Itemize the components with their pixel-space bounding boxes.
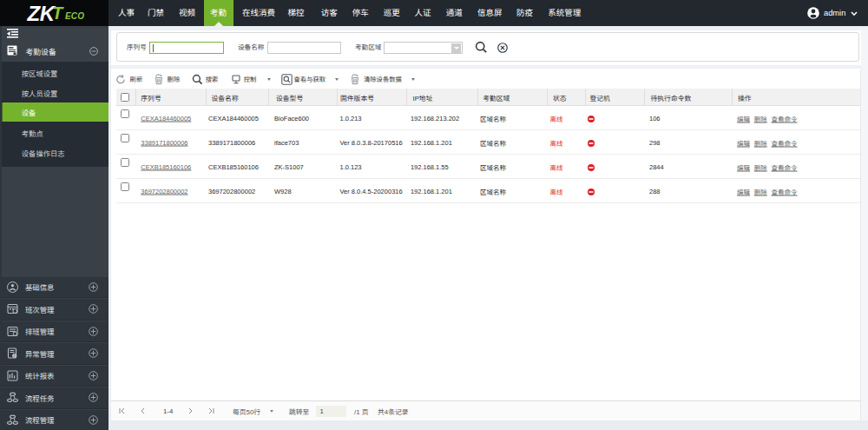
svg-text:!: ! — [14, 354, 15, 358]
